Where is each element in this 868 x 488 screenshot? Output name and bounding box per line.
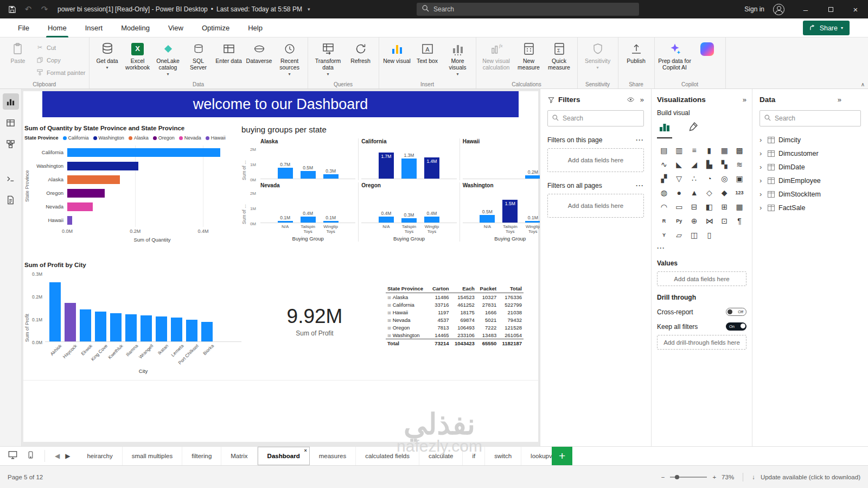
bar[interactable]: 1.7M xyxy=(379,153,394,179)
donut-chart-icon[interactable]: ◎ xyxy=(717,172,731,185)
map-icon[interactable]: ◍ xyxy=(657,186,671,199)
copilot-button[interactable] xyxy=(693,40,722,56)
bar[interactable] xyxy=(379,217,394,223)
data-table-row[interactable]: ›DimEmployee xyxy=(760,174,861,187)
menu-item-modeling[interactable]: Modeling xyxy=(112,18,159,37)
cross-report-toggle[interactable]: Off xyxy=(726,308,746,316)
bar[interactable] xyxy=(525,221,540,223)
more-visual-options-icon[interactable]: ··· xyxy=(657,244,746,252)
page-tab-if[interactable]: if xyxy=(463,447,485,465)
quantity-by-state-visual[interactable]: Sum of Quantity by State Province and St… xyxy=(24,125,237,256)
zoom-slider[interactable] xyxy=(670,477,707,478)
more-options-icon[interactable]: ··· xyxy=(636,182,644,189)
profit-card-visual[interactable]: 9.92M Sum of Profit xyxy=(269,305,361,337)
funnel-chart-icon[interactable]: ▽ xyxy=(672,172,686,185)
bar[interactable] xyxy=(80,309,91,341)
sensitivity-button[interactable]: Sensitivity▾ xyxy=(581,40,615,70)
excel-workbook-button[interactable]: X Excel workbook xyxy=(123,40,152,71)
paste-button[interactable]: Paste xyxy=(3,40,33,64)
bar[interactable] xyxy=(67,162,138,170)
column-header[interactable]: State Province xyxy=(386,284,429,293)
ribbon-chart-icon[interactable]: ≋ xyxy=(732,158,746,170)
new-visual-button[interactable]: New visual xyxy=(382,40,412,64)
legend-item[interactable]: Oregon xyxy=(153,135,175,141)
collapse-visualizations-icon[interactable]: » xyxy=(743,96,746,104)
menu-item-optimize[interactable]: Optimize xyxy=(193,18,239,37)
model-view-button[interactable] xyxy=(3,136,19,152)
treemap-icon[interactable]: ▣ xyxy=(732,172,746,185)
zoom-in-icon[interactable]: + xyxy=(712,474,716,480)
onelake-catalog-button[interactable]: OneLake catalog▾ xyxy=(154,40,183,77)
get-data-button[interactable]: Get data▾ xyxy=(93,40,122,70)
legend-item[interactable]: California xyxy=(63,135,89,141)
table-row[interactable]: ⊞Washington1446523310613483261054 xyxy=(386,331,524,339)
quick-measure-button[interactable]: Σ Quick measure xyxy=(545,40,574,71)
matrix-icon[interactable]: ▦ xyxy=(732,200,746,213)
expand-icon[interactable]: ⊞ xyxy=(387,333,391,338)
bar[interactable]: 1.5M xyxy=(502,200,518,223)
undo-icon[interactable]: ↶ xyxy=(21,2,36,17)
data-table-row[interactable]: ›Dimcustomer xyxy=(760,147,861,160)
stacked-bar-chart-icon[interactable]: ▤ xyxy=(657,144,671,156)
menu-item-home[interactable]: Home xyxy=(39,18,76,37)
table-icon[interactable]: ⊞ xyxy=(717,200,731,213)
more-visuals-button[interactable]: More visuals▾ xyxy=(443,40,473,77)
legend-item[interactable]: Hawaii xyxy=(206,135,226,141)
add-fields-dropzone[interactable]: Add data fields here xyxy=(547,148,644,172)
eye-icon[interactable] xyxy=(627,96,635,104)
format-painter-button[interactable]: Format painter xyxy=(36,68,86,77)
page-tab-heirarchy[interactable]: heirarchy xyxy=(78,447,122,465)
bar[interactable] xyxy=(110,313,122,342)
previous-page-arrow[interactable]: ◀ xyxy=(55,452,60,460)
page-tab-Matrix[interactable]: Matrix xyxy=(221,447,257,465)
update-available-link[interactable]: Update available (click to download) xyxy=(761,474,860,480)
paginated-report-icon[interactable]: ▱ xyxy=(672,229,686,241)
bar[interactable] xyxy=(323,174,339,179)
table-row[interactable]: ⊞Oregon78131064937222121528 xyxy=(386,324,524,331)
filters-search-input[interactable]: Search xyxy=(547,110,644,126)
power-apps-visual-icon[interactable]: ◫ xyxy=(687,229,701,241)
values-dropzone[interactable]: Add data fields here xyxy=(657,271,746,286)
filled-map-icon[interactable]: ● xyxy=(672,186,686,199)
legend-item[interactable]: Washington xyxy=(93,135,124,141)
bar[interactable] xyxy=(141,315,152,341)
bar[interactable] xyxy=(67,175,120,184)
sign-in-button[interactable]: Sign in xyxy=(740,5,769,13)
stacked-area-chart-icon[interactable]: ◢ xyxy=(687,158,701,170)
pie-chart-icon[interactable]: ◔ xyxy=(703,172,717,185)
key-influencers-icon[interactable]: ⊕ xyxy=(687,214,701,227)
bar[interactable] xyxy=(95,312,106,341)
qa-visual-icon[interactable]: ⊡ xyxy=(717,214,731,227)
small-multiple-panel[interactable]: California1.7M1.3M1.4M xyxy=(358,138,459,180)
page-tab-calculate[interactable]: calculate xyxy=(419,447,463,465)
data-search-input[interactable]: Search xyxy=(760,110,861,126)
legend-item[interactable]: Alaska xyxy=(129,135,149,141)
page-tab-switch[interactable]: switch xyxy=(485,447,521,465)
minimize-button[interactable]: – xyxy=(793,0,818,18)
state-table-visual[interactable]: State ProvinceCartonEachPacketTotal⊞Alas… xyxy=(386,284,524,347)
zoom-out-icon[interactable]: − xyxy=(661,474,665,480)
save-icon[interactable] xyxy=(4,2,20,17)
bar[interactable] xyxy=(278,168,293,179)
r-script-visual-icon[interactable]: R xyxy=(657,214,671,227)
report-view-button[interactable] xyxy=(3,93,19,110)
close-tab-icon[interactable]: × xyxy=(304,448,307,453)
publish-button[interactable]: Publish xyxy=(622,40,651,64)
expand-icon[interactable]: ⊞ xyxy=(387,295,391,300)
card-icon[interactable]: ▭ xyxy=(672,200,686,213)
line-and-clustered-column-chart-icon[interactable]: ▚ xyxy=(717,158,731,170)
redo-icon[interactable]: ↷ xyxy=(37,2,52,17)
bar[interactable] xyxy=(301,171,316,179)
add-fields-dropzone[interactable]: Add data fields here xyxy=(547,194,644,218)
page-tab-measures[interactable]: measures xyxy=(310,447,356,465)
bar[interactable] xyxy=(401,218,417,223)
dax-query-view-button[interactable] xyxy=(3,170,19,187)
build-visual-tab[interactable] xyxy=(657,120,672,138)
text-box-button[interactable]: A Text box xyxy=(413,40,442,64)
bar[interactable] xyxy=(201,322,213,341)
drill-through-dropzone[interactable]: Add drill-through fields here xyxy=(657,335,746,350)
menu-item-insert[interactable]: Insert xyxy=(76,18,112,37)
expand-icon[interactable]: ⊞ xyxy=(387,326,391,331)
new-visual-calculation-button[interactable]: fx New visual calculation xyxy=(480,40,513,71)
100-stacked-bar-chart-icon[interactable]: ▦ xyxy=(717,144,731,156)
